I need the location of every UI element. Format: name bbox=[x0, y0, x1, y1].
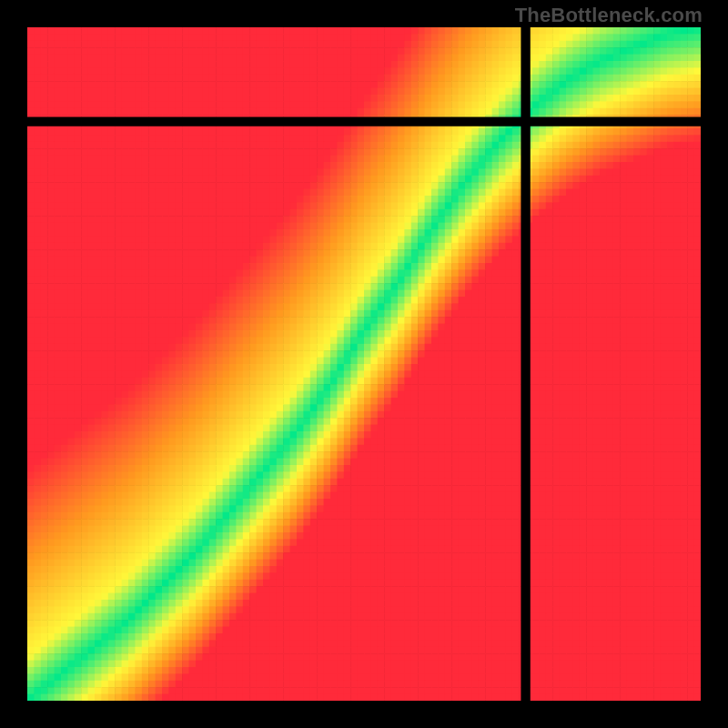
svg-rect-3205 bbox=[61, 243, 68, 250]
svg-rect-9285 bbox=[600, 647, 607, 654]
svg-rect-9389 bbox=[627, 653, 634, 661]
svg-rect-6970 bbox=[499, 492, 506, 500]
svg-rect-9813 bbox=[115, 687, 122, 694]
svg-rect-3857 bbox=[411, 283, 419, 290]
svg-rect-6364 bbox=[459, 451, 466, 459]
svg-rect-6184 bbox=[593, 438, 601, 445]
svg-rect-6051 bbox=[370, 431, 378, 439]
svg-rect-1672 bbox=[512, 135, 520, 142]
svg-rect-6933 bbox=[249, 492, 257, 500]
svg-rect-5470 bbox=[499, 391, 506, 399]
svg-rect-8991 bbox=[640, 627, 647, 634]
svg-rect-7859 bbox=[425, 552, 432, 560]
svg-rect-7082 bbox=[580, 499, 587, 506]
svg-rect-261 bbox=[438, 41, 445, 48]
svg-rect-3110 bbox=[95, 236, 102, 243]
svg-rect-5320 bbox=[162, 384, 169, 391]
svg-rect-9436 bbox=[269, 661, 277, 668]
svg-rect-3100 bbox=[27, 236, 35, 243]
svg-rect-1859 bbox=[425, 148, 432, 156]
svg-rect-6219 bbox=[156, 445, 163, 452]
svg-rect-534 bbox=[257, 61, 264, 68]
svg-rect-606 bbox=[67, 67, 75, 75]
svg-rect-7665 bbox=[465, 539, 472, 546]
svg-rect-2233 bbox=[249, 176, 257, 183]
svg-rect-6626 bbox=[202, 471, 209, 479]
svg-rect-5695 bbox=[667, 404, 674, 411]
svg-rect-7709 bbox=[88, 546, 96, 553]
svg-rect-1220 bbox=[162, 108, 169, 116]
svg-rect-153 bbox=[384, 34, 391, 41]
svg-rect-3415 bbox=[128, 257, 136, 264]
svg-rect-2489 bbox=[627, 189, 634, 197]
svg-rect-9838 bbox=[283, 687, 290, 694]
svg-rect-1582 bbox=[580, 128, 587, 136]
svg-rect-8939 bbox=[290, 627, 298, 634]
svg-rect-1503 bbox=[47, 128, 55, 136]
svg-rect-6823 bbox=[182, 485, 189, 492]
svg-rect-2337 bbox=[277, 182, 284, 189]
svg-rect-8948 bbox=[350, 627, 358, 634]
svg-rect-7142 bbox=[310, 505, 318, 512]
svg-rect-2537 bbox=[277, 196, 284, 203]
svg-rect-1534 bbox=[257, 128, 264, 136]
svg-rect-8542 bbox=[310, 600, 318, 607]
svg-rect-325 bbox=[196, 47, 203, 55]
svg-rect-6211 bbox=[101, 445, 108, 452]
svg-rect-3457 bbox=[411, 257, 419, 264]
svg-rect-4779 bbox=[560, 344, 567, 351]
svg-rect-4867 bbox=[479, 350, 486, 358]
svg-rect-2377 bbox=[546, 182, 553, 189]
svg-rect-9725 bbox=[196, 681, 203, 688]
svg-rect-6133 bbox=[249, 438, 257, 445]
svg-rect-8795 bbox=[667, 613, 674, 621]
svg-rect-3661 bbox=[438, 269, 445, 277]
svg-rect-2540 bbox=[297, 196, 304, 203]
svg-rect-1646 bbox=[337, 135, 344, 142]
svg-rect-1647 bbox=[344, 135, 351, 142]
svg-rect-9217 bbox=[142, 647, 149, 654]
svg-rect-3430 bbox=[229, 257, 237, 264]
svg-rect-8211 bbox=[101, 580, 108, 587]
svg-rect-4738 bbox=[283, 344, 290, 351]
svg-rect-1755 bbox=[398, 142, 405, 149]
svg-rect-7857 bbox=[411, 552, 419, 560]
svg-rect-9776 bbox=[539, 681, 546, 688]
svg-rect-2805 bbox=[61, 216, 68, 223]
svg-rect-5956 bbox=[404, 425, 411, 432]
svg-rect-4402 bbox=[41, 324, 48, 331]
svg-rect-1299 bbox=[694, 108, 701, 116]
svg-rect-7633 bbox=[249, 539, 257, 546]
svg-rect-6529 bbox=[223, 465, 230, 472]
svg-rect-2808 bbox=[81, 216, 88, 223]
svg-rect-6969 bbox=[492, 492, 500, 500]
svg-rect-6395 bbox=[667, 451, 674, 459]
svg-rect-555 bbox=[398, 61, 405, 68]
svg-rect-4089 bbox=[627, 297, 634, 304]
svg-rect-8593 bbox=[653, 600, 661, 607]
svg-rect-7462 bbox=[445, 526, 452, 533]
svg-rect-987 bbox=[613, 88, 621, 96]
svg-rect-8426 bbox=[202, 593, 209, 601]
svg-rect-4563 bbox=[451, 330, 459, 338]
svg-rect-4122 bbox=[176, 303, 183, 310]
svg-rect-4378 bbox=[552, 317, 560, 324]
svg-rect-9956 bbox=[404, 694, 411, 701]
svg-rect-204 bbox=[55, 41, 62, 48]
svg-rect-9651 bbox=[370, 673, 378, 681]
svg-rect-1176 bbox=[539, 101, 546, 108]
svg-rect-4877 bbox=[546, 350, 553, 358]
svg-rect-4981 bbox=[572, 358, 580, 365]
svg-rect-1094 bbox=[661, 95, 668, 102]
svg-rect-3734 bbox=[257, 277, 264, 284]
svg-rect-9852 bbox=[378, 687, 385, 694]
svg-rect-4813 bbox=[115, 350, 122, 358]
svg-rect-5132 bbox=[243, 370, 250, 378]
svg-rect-6209 bbox=[88, 445, 96, 452]
svg-rect-9609 bbox=[88, 673, 96, 681]
svg-rect-1586 bbox=[606, 128, 613, 136]
svg-rect-8943 bbox=[317, 627, 324, 634]
svg-rect-9231 bbox=[236, 647, 243, 654]
svg-rect-5858 bbox=[418, 418, 425, 425]
svg-rect-5828 bbox=[216, 418, 223, 425]
